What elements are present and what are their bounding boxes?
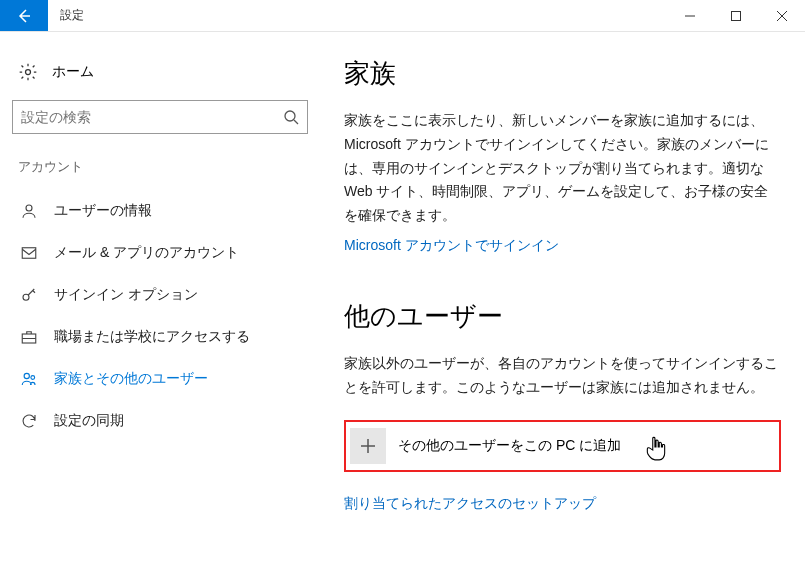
sync-icon xyxy=(20,412,38,430)
maximize-button[interactable] xyxy=(713,0,759,31)
close-icon xyxy=(777,11,787,21)
svg-point-7 xyxy=(26,205,32,211)
home-label: ホーム xyxy=(52,63,94,81)
window-controls xyxy=(667,0,805,31)
svg-point-10 xyxy=(23,294,29,300)
svg-point-4 xyxy=(26,70,31,75)
titlebar: 設定 xyxy=(0,0,805,32)
sidebar-item-signin-options[interactable]: サインイン オプション xyxy=(12,274,308,316)
ms-signin-link[interactable]: Microsoft アカウントでサインイン xyxy=(344,237,559,255)
key-icon xyxy=(20,286,38,304)
svg-rect-9 xyxy=(22,248,36,259)
svg-line-6 xyxy=(294,120,298,124)
svg-point-13 xyxy=(31,376,35,380)
sidebar-item-label: ユーザーの情報 xyxy=(54,202,152,220)
other-users-description: 家族以外のユーザーが、各自のアカウントを使ってサインインすることを許可します。こ… xyxy=(344,352,781,400)
minimize-button[interactable] xyxy=(667,0,713,31)
sidebar-section-label: アカウント xyxy=(12,158,308,190)
window-title: 設定 xyxy=(48,0,667,31)
add-other-user-button[interactable]: その他のユーザーをこの PC に追加 xyxy=(344,420,781,472)
search-icon xyxy=(283,109,299,125)
sidebar-item-label: 家族とその他のユーザー xyxy=(54,370,208,388)
user-icon xyxy=(20,202,38,220)
sidebar-item-email-accounts[interactable]: メール & アプリのアカウント xyxy=(12,232,308,274)
sidebar-item-label: 職場または学校にアクセスする xyxy=(54,328,250,346)
sidebar-item-label: 設定の同期 xyxy=(54,412,124,430)
family-heading: 家族 xyxy=(344,56,781,91)
briefcase-icon xyxy=(20,328,38,346)
gear-icon xyxy=(18,62,38,82)
svg-point-5 xyxy=(285,111,295,121)
close-button[interactable] xyxy=(759,0,805,31)
assigned-access-link[interactable]: 割り当てられたアクセスのセットアップ xyxy=(344,495,596,513)
search-box[interactable] xyxy=(12,100,308,134)
sidebar-item-label: サインイン オプション xyxy=(54,286,198,304)
main-content: 家族 家族をここに表示したり、新しいメンバーを家族に追加するには、Microso… xyxy=(320,32,805,585)
search-input[interactable] xyxy=(21,109,283,125)
add-other-user-label: その他のユーザーをこの PC に追加 xyxy=(398,437,621,455)
back-button[interactable] xyxy=(0,0,48,31)
minimize-icon xyxy=(685,11,695,21)
sidebar-item-sync[interactable]: 設定の同期 xyxy=(12,400,308,442)
sidebar-item-user-info[interactable]: ユーザーの情報 xyxy=(12,190,308,232)
other-users-heading: 他のユーザー xyxy=(344,299,781,334)
sidebar-item-label: メール & アプリのアカウント xyxy=(54,244,239,262)
sidebar-item-work-school[interactable]: 職場または学校にアクセスする xyxy=(12,316,308,358)
maximize-icon xyxy=(731,11,741,21)
plus-icon xyxy=(350,428,386,464)
people-icon xyxy=(20,370,38,388)
family-description: 家族をここに表示したり、新しいメンバーを家族に追加するには、Microsoft … xyxy=(344,109,781,228)
sidebar: ホーム アカウント ユーザーの情報 メール & アプリのアカウント サインイン … xyxy=(0,32,320,585)
svg-point-12 xyxy=(24,373,29,378)
sidebar-item-family-other[interactable]: 家族とその他のユーザー xyxy=(12,358,308,400)
svg-rect-1 xyxy=(732,11,741,20)
arrow-left-icon xyxy=(16,8,32,24)
mail-icon xyxy=(20,244,38,262)
home-button[interactable]: ホーム xyxy=(12,56,308,100)
